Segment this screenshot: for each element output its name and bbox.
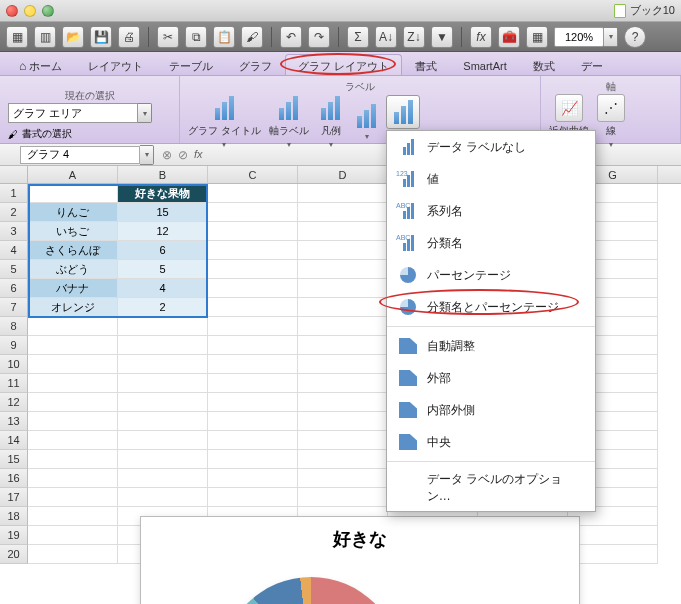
toolbox-button[interactable]: 🧰 — [498, 26, 520, 48]
cell[interactable]: 2 — [118, 298, 208, 317]
cell[interactable] — [208, 488, 298, 507]
cell[interactable] — [118, 393, 208, 412]
tab-formulas[interactable]: 数式 — [520, 54, 568, 75]
cell[interactable]: 4 — [118, 279, 208, 298]
tab-format[interactable]: 書式 — [402, 54, 450, 75]
cell[interactable] — [298, 241, 388, 260]
cell[interactable] — [118, 469, 208, 488]
cell[interactable] — [208, 412, 298, 431]
cell[interactable] — [28, 507, 118, 526]
confirm-icon[interactable]: ⊘ — [178, 148, 188, 162]
menu-item-options[interactable]: データ ラベルのオプション… — [387, 465, 595, 511]
cell[interactable] — [208, 203, 298, 222]
cell[interactable] — [28, 355, 118, 374]
name-box-dropdown[interactable]: ▾ — [140, 145, 154, 165]
chart-object[interactable]: 好きな オレンジ — [140, 516, 580, 604]
cell[interactable] — [28, 450, 118, 469]
pie-chart[interactable] — [221, 577, 401, 604]
media-browser-button[interactable]: ▦ — [526, 26, 548, 48]
cell[interactable] — [298, 222, 388, 241]
row-header[interactable]: 6 — [0, 279, 28, 298]
copy-button[interactable]: ⧉ — [185, 26, 207, 48]
cell[interactable] — [208, 355, 298, 374]
cell[interactable] — [208, 298, 298, 317]
cell[interactable] — [208, 469, 298, 488]
axis-title-button[interactable]: 軸ラベル▾ — [269, 94, 309, 149]
cell[interactable] — [28, 412, 118, 431]
select-all-corner[interactable] — [0, 166, 28, 183]
chart-title-button[interactable]: グラフ タイトル▾ — [188, 94, 261, 149]
menu-item-outside[interactable]: 外部 — [387, 362, 595, 394]
row-header[interactable]: 17 — [0, 488, 28, 507]
tab-smartart[interactable]: SmartArt — [450, 54, 519, 75]
tab-data[interactable]: デー — [568, 54, 616, 75]
open-button[interactable]: ▥ — [34, 26, 56, 48]
name-box[interactable]: グラフ 4 — [20, 146, 140, 164]
filter-button[interactable]: ▼ — [431, 26, 453, 48]
cell[interactable] — [298, 203, 388, 222]
cell[interactable] — [28, 545, 118, 564]
cell[interactable] — [298, 336, 388, 355]
cell[interactable] — [298, 412, 388, 431]
menu-item-inside-end[interactable]: 内部外側 — [387, 394, 595, 426]
sort-desc-button[interactable]: Z↓ — [403, 26, 425, 48]
cell[interactable] — [208, 374, 298, 393]
cell[interactable]: いちご — [28, 222, 118, 241]
data-labels-button[interactable]: ▾ — [353, 102, 381, 141]
fx-icon[interactable]: fx — [194, 148, 203, 162]
menu-item-none[interactable]: データ ラベルなし — [387, 131, 595, 163]
cell[interactable] — [208, 450, 298, 469]
cell[interactable] — [298, 260, 388, 279]
cell[interactable] — [208, 260, 298, 279]
row-header[interactable]: 12 — [0, 393, 28, 412]
cell[interactable] — [28, 526, 118, 545]
cell[interactable]: 15 — [118, 203, 208, 222]
cell[interactable] — [118, 450, 208, 469]
close-window-button[interactable] — [6, 5, 18, 17]
row-header[interactable]: 18 — [0, 507, 28, 526]
cell[interactable] — [28, 431, 118, 450]
zoom-dropdown-button[interactable]: ▾ — [604, 27, 618, 47]
cell[interactable] — [118, 355, 208, 374]
cell[interactable]: 好きな果物 — [118, 184, 208, 203]
row-header[interactable]: 10 — [0, 355, 28, 374]
row-header[interactable]: 9 — [0, 336, 28, 355]
chart-element-selector[interactable]: グラフ エリア — [8, 103, 138, 123]
menu-item-center[interactable]: 中央 — [387, 426, 595, 458]
cell[interactable] — [298, 298, 388, 317]
minimize-window-button[interactable] — [24, 5, 36, 17]
menu-item-category-percent[interactable]: 分類名とパーセンテージ — [387, 291, 595, 323]
row-header[interactable]: 1 — [0, 184, 28, 203]
cell[interactable] — [28, 469, 118, 488]
print-button[interactable]: 🖨 — [118, 26, 140, 48]
col-header[interactable]: B — [118, 166, 208, 183]
zoom-level-field[interactable]: 120% — [554, 27, 604, 47]
cell[interactable] — [208, 336, 298, 355]
cell[interactable]: 12 — [118, 222, 208, 241]
cell[interactable]: ぶどう — [28, 260, 118, 279]
row-header[interactable]: 13 — [0, 412, 28, 431]
tab-charts[interactable]: グラフ — [226, 54, 285, 75]
sort-asc-button[interactable]: A↓ — [375, 26, 397, 48]
cell[interactable]: さくらんぼ — [28, 241, 118, 260]
cell[interactable]: りんご — [28, 203, 118, 222]
col-header[interactable]: A — [28, 166, 118, 183]
row-header[interactable]: 2 — [0, 203, 28, 222]
lines-button[interactable]: ⋰ 線▾ — [597, 94, 625, 149]
cell[interactable]: 5 — [118, 260, 208, 279]
open-recent-button[interactable]: 📂 — [62, 26, 84, 48]
cell[interactable] — [298, 317, 388, 336]
chart-element-dropdown[interactable]: ▾ — [138, 103, 152, 123]
help-button[interactable]: ? — [624, 26, 646, 48]
menu-item-category[interactable]: ABC 分類名 — [387, 227, 595, 259]
cell[interactable] — [568, 526, 658, 545]
cell[interactable] — [208, 279, 298, 298]
cell[interactable] — [298, 488, 388, 507]
cell[interactable] — [298, 279, 388, 298]
data-labels-dropdown-active[interactable] — [386, 95, 420, 129]
cell[interactable] — [298, 431, 388, 450]
col-header[interactable]: C — [208, 166, 298, 183]
tab-layout[interactable]: レイアウト — [75, 54, 156, 75]
undo-button[interactable]: ↶ — [280, 26, 302, 48]
row-header[interactable]: 15 — [0, 450, 28, 469]
